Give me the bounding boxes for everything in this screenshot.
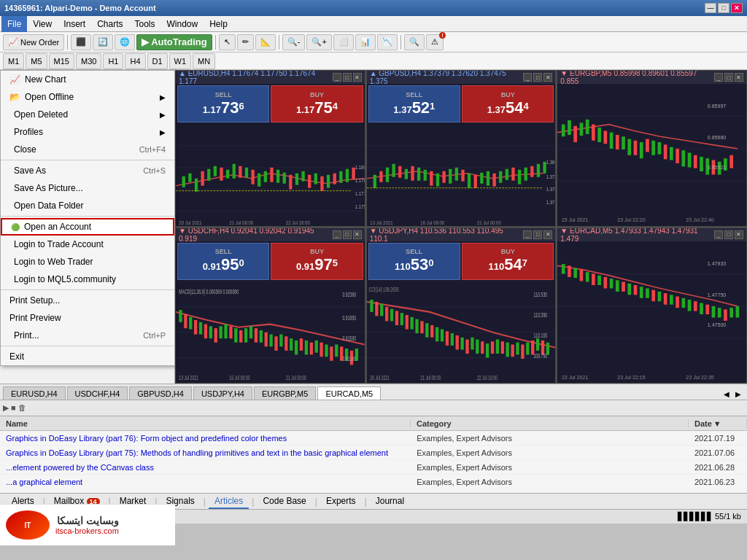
article-name-1[interactable]: Graphics in DoEasy Library (part 76): Fo… (0, 434, 411, 443)
toolbar-btn-6[interactable]: 📐 (255, 34, 276, 50)
toolbar-btn-9[interactable]: 📉 (377, 34, 398, 50)
chart-maximize-eurgbp[interactable]: □ (724, 73, 733, 82)
tf-btn-d1[interactable]: D1 (147, 53, 168, 69)
svg-rect-88 (580, 122, 584, 136)
panel-tab-codebase[interactable]: Code Base (257, 494, 311, 509)
menu-charts[interactable]: Charts (91, 16, 128, 32)
dropdown-profiles[interactable]: Profiles ▶ (1, 123, 174, 141)
chart-close-eurusd[interactable]: ✕ (353, 73, 362, 82)
chart-maximize-gbpusd[interactable]: □ (533, 73, 542, 82)
dropdown-print-setup[interactable]: Print Setup... (1, 292, 174, 309)
chart-minimize-eurcad[interactable]: _ (714, 230, 723, 239)
dropdown-login-mql5[interactable]: Login to MQL5.community (1, 271, 174, 288)
autotrading-button[interactable]: ▶ AutoTrading (136, 34, 212, 50)
chart-minimize-eurgbp[interactable]: _ (714, 73, 723, 82)
tf-btn-m30[interactable]: M30 (76, 53, 101, 69)
panel-tab-journal[interactable]: Journal (370, 494, 410, 509)
dropdown-save-as-picture[interactable]: Save As Picture... (1, 179, 174, 197)
chart-tab-eurusd[interactable]: EURUSD,H4 (3, 386, 66, 400)
maximize-button[interactable]: □ (718, 3, 729, 13)
close-button[interactable]: ✕ (731, 3, 743, 13)
menu-help[interactable]: Help (204, 16, 233, 32)
panel-tab-articles[interactable]: Articles (209, 494, 249, 509)
dropdown-print-preview[interactable]: Print Preview (1, 309, 174, 327)
sell-box-usdchf[interactable]: SELL 0.91950 (177, 243, 269, 280)
tf-btn-h1[interactable]: H1 (103, 53, 123, 69)
chart-maximize-usdjpy[interactable]: □ (533, 230, 542, 239)
toolbar-btn-2[interactable]: 🔄 (93, 34, 113, 50)
dropdown-login-trade[interactable]: Login to Trade Account (1, 236, 174, 253)
alert-button[interactable]: ⚠ ! (426, 34, 444, 50)
chart-maximize-eurusd[interactable]: □ (343, 73, 352, 82)
menu-view[interactable]: View (27, 16, 58, 32)
tf-btn-m5[interactable]: M5 (26, 53, 47, 69)
buy-box-usdjpy[interactable]: BUY 110547 (462, 243, 554, 280)
chart-tab-usdjpy[interactable]: USDJPY,H4 (193, 386, 252, 400)
chart-tab-eurgbp[interactable]: EURGBP,M5 (254, 386, 316, 400)
dropdown-open-data-folder[interactable]: Open Data Folder (1, 197, 174, 214)
chart-close-eurgbp[interactable]: ✕ (735, 73, 743, 82)
buy-box-gbpusd[interactable]: BUY 1.37544 (462, 85, 554, 122)
dropdown-save-as[interactable]: Save As Ctrl+S (1, 162, 174, 179)
chart-tab-gbpusd[interactable]: GBPUSD,H4 (129, 386, 192, 400)
minimize-button[interactable]: — (705, 3, 716, 13)
article-name-2[interactable]: Graphics in DoEasy Library (part 75): Me… (0, 448, 411, 457)
toolbar-btn-8[interactable]: 📊 (355, 34, 376, 50)
tf-btn-w1[interactable]: W1 (169, 53, 192, 69)
chart-maximize-eurcad[interactable]: □ (724, 230, 733, 239)
buy-box-eurusd[interactable]: BUY 1.17754 (271, 85, 363, 122)
chart-minimize-usdjpy[interactable]: _ (523, 230, 532, 239)
dropdown-exit[interactable]: Exit (1, 348, 174, 365)
tf-btn-m1[interactable]: M1 (3, 53, 24, 69)
toolbar-btn-1[interactable]: ⬛ (71, 34, 91, 50)
chart-close-usdjpy[interactable]: ✕ (543, 230, 552, 239)
panel-tab-experts[interactable]: Experts (320, 494, 362, 509)
tf-btn-h4[interactable]: H4 (125, 53, 145, 69)
chart-minimize-usdchf[interactable]: _ (333, 230, 341, 239)
dropdown-close[interactable]: Close Ctrl+F4 (1, 141, 174, 158)
tf-btn-mn[interactable]: MN (193, 53, 215, 69)
toolbar-btn-4[interactable]: ↖ (219, 34, 236, 50)
search-button[interactable]: 🔍 (404, 34, 425, 50)
toolbar-btn-5[interactable]: ✏ (237, 34, 254, 50)
zoom-in-button[interactable]: 🔍+ (306, 34, 331, 50)
article-name-3[interactable]: ...element powered by the CCanvas class (0, 463, 411, 472)
chart-usdchf-h4[interactable]: ▼ USDCHF,H4 0.92041 0.92042 0.91945 0.91… (175, 228, 365, 384)
menu-file[interactable]: File (1, 16, 27, 32)
sell-box-eurusd[interactable]: SELL 1.17736 (177, 85, 269, 122)
sell-box-gbpusd[interactable]: SELL 1.37521 (368, 85, 460, 122)
buy-box-usdchf[interactable]: BUY 0.91975 (271, 243, 363, 280)
zoom-out-button[interactable]: 🔍- (282, 34, 306, 50)
chart-eurcad-m5[interactable]: ▼ EURCAD,M5 1.47933 1.47943 1.47931 1.47… (557, 228, 747, 384)
chart-eurusd-h4[interactable]: ▲ EURUSD,H4 1.17674 1.17750 1.17674 1.17… (175, 70, 365, 227)
chart-minimize-gbpusd[interactable]: _ (523, 73, 532, 82)
chart-minimize-eurusd[interactable]: _ (333, 73, 341, 82)
chart-tab-usdchf[interactable]: USDCHF,H4 (67, 386, 128, 400)
sell-box-usdjpy[interactable]: SELL 110530 (368, 243, 460, 280)
new-chart-toolbar-btn[interactable]: 📈 New Order (3, 34, 64, 50)
dropdown-open-deleted[interactable]: Open Deleted ▶ (1, 106, 174, 123)
dropdown-login-web[interactable]: Login to Web Trader (1, 253, 174, 271)
article-name-4[interactable]: ...a graphical element (0, 478, 411, 486)
chart-close-eurcad[interactable]: ✕ (735, 230, 743, 239)
chart-tab-eurcad[interactable]: EURCAD,M5 (317, 386, 381, 400)
menu-window[interactable]: Window (161, 16, 204, 32)
dropdown-open-account[interactable]: 🟢Open an Account (1, 218, 174, 236)
toolbar-btn-3[interactable]: 🌐 (115, 34, 135, 50)
tab-scroll-right[interactable]: ▶ (732, 389, 744, 400)
chart-usdjpy-h4[interactable]: ▼ USDJPY,H4 110.536 110.553 110.495 110.… (366, 228, 557, 384)
chart-close-gbpusd[interactable]: ✕ (543, 73, 552, 82)
chart-eurgbp-m5[interactable]: ▼ EURGBP,M5 0.85998 0.89601 0.85597 0.85… (557, 70, 747, 227)
menu-tools[interactable]: Tools (129, 16, 161, 32)
tab-scroll-left[interactable]: ◀ (721, 389, 732, 400)
dropdown-print[interactable]: Print... Ctrl+P (1, 327, 174, 344)
dropdown-new-chart[interactable]: 📈New Chart (1, 71, 174, 88)
toolbar-btn-7[interactable]: ⬜ (333, 34, 354, 50)
chart-close-usdchf[interactable]: ✕ (353, 230, 362, 239)
svg-rect-51 (411, 166, 414, 181)
menu-insert[interactable]: Insert (58, 16, 91, 32)
chart-maximize-usdchf[interactable]: □ (343, 230, 352, 239)
tf-btn-m15[interactable]: M15 (49, 53, 74, 69)
chart-gbpusd-h4[interactable]: ▲ GBPUSD,H4 1.37379 1.37620 1.37475 1.37… (366, 70, 557, 227)
dropdown-open-offline[interactable]: 📂Open Offline ▶ (1, 88, 174, 106)
